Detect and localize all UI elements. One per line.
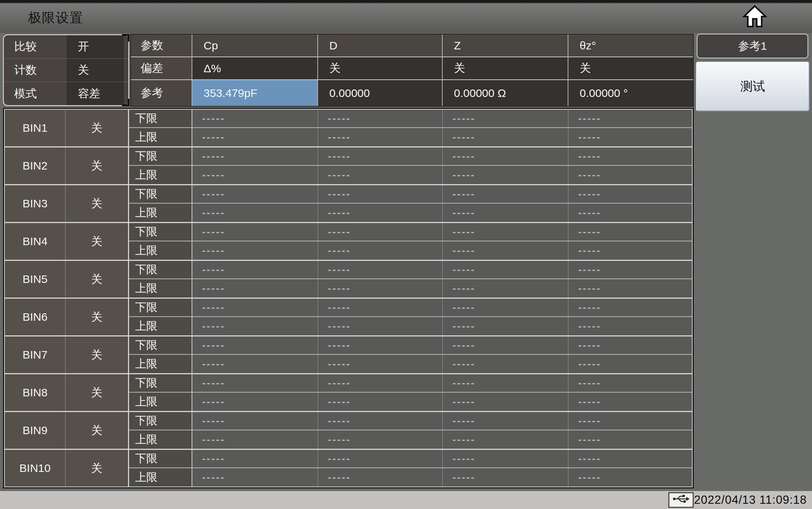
deviation-cell-cp[interactable]: Δ% [192, 57, 318, 80]
home-button[interactable] [742, 4, 767, 30]
upper-limit-value[interactable]: ----- [443, 430, 568, 449]
lower-limit-value[interactable]: ----- [443, 223, 568, 241]
lower-limit-value[interactable]: ----- [568, 374, 692, 393]
deviation-cell-theta[interactable]: 关 [568, 57, 693, 80]
upper-limit-value[interactable]: ----- [568, 241, 692, 260]
upper-limit-value[interactable]: ----- [192, 317, 318, 335]
upper-limit-value[interactable]: ----- [318, 241, 443, 260]
lower-limit-value[interactable]: ----- [192, 223, 318, 241]
reference-cell-cp[interactable]: 353.479pF [192, 80, 318, 106]
lower-limit-value[interactable]: ----- [192, 450, 318, 468]
deviation-cell-d[interactable]: 关 [318, 57, 443, 80]
upper-limit-value[interactable]: ----- [443, 166, 568, 184]
lower-limit-value[interactable]: ----- [318, 261, 443, 279]
param-cell-theta[interactable]: θz° [568, 34, 693, 57]
lower-limit-value[interactable]: ----- [568, 450, 692, 468]
upper-limit-value[interactable]: ----- [568, 128, 692, 146]
param-cell-z[interactable]: Z [443, 34, 568, 57]
upper-limit-value[interactable]: ----- [443, 279, 568, 298]
lower-limit-value[interactable]: ----- [568, 110, 692, 128]
upper-limit-value[interactable]: ----- [568, 166, 692, 184]
lower-limit-value[interactable]: ----- [443, 336, 568, 355]
lower-limit-value[interactable]: ----- [568, 412, 692, 430]
compare-value-toggle[interactable]: 开 [67, 35, 124, 58]
count-value-toggle[interactable]: 关 [67, 59, 124, 82]
lower-limit-value[interactable]: ----- [568, 336, 692, 355]
lower-limit-value[interactable]: ----- [443, 261, 568, 279]
upper-limit-value[interactable]: ----- [318, 279, 443, 298]
bin-state-toggle[interactable]: 关 [65, 223, 129, 260]
deviation-cell-z[interactable]: 关 [443, 57, 568, 80]
upper-limit-value[interactable]: ----- [443, 204, 568, 222]
lower-limit-value[interactable]: ----- [192, 412, 318, 430]
upper-limit-value[interactable]: ----- [568, 468, 692, 487]
reference-cell-theta[interactable]: 0.00000 ° [568, 80, 693, 106]
lower-limit-value[interactable]: ----- [443, 110, 568, 128]
lower-limit-value[interactable]: ----- [443, 412, 568, 430]
lower-limit-value[interactable]: ----- [443, 147, 568, 166]
upper-limit-value[interactable]: ----- [443, 355, 568, 373]
lower-limit-value[interactable]: ----- [192, 185, 318, 204]
upper-limit-value[interactable]: ----- [318, 166, 443, 184]
lower-limit-value[interactable]: ----- [318, 185, 443, 204]
lower-limit-value[interactable]: ----- [318, 299, 443, 317]
test-button[interactable]: 测试 [696, 62, 809, 111]
lower-limit-value[interactable]: ----- [192, 374, 318, 393]
upper-limit-value[interactable]: ----- [443, 128, 568, 146]
upper-limit-value[interactable]: ----- [192, 430, 318, 449]
lower-limit-value[interactable]: ----- [568, 223, 692, 241]
upper-limit-value[interactable]: ----- [318, 128, 443, 146]
lower-limit-value[interactable]: ----- [568, 261, 692, 279]
upper-limit-value[interactable]: ----- [318, 204, 443, 222]
upper-limit-value[interactable]: ----- [443, 393, 568, 411]
upper-limit-value[interactable]: ----- [568, 204, 692, 222]
bin-state-toggle[interactable]: 关 [65, 412, 129, 449]
lower-limit-value[interactable]: ----- [318, 147, 443, 166]
upper-limit-value[interactable]: ----- [192, 166, 318, 184]
upper-limit-value[interactable]: ----- [318, 393, 443, 411]
upper-limit-value[interactable]: ----- [192, 393, 318, 411]
upper-limit-value[interactable]: ----- [192, 241, 318, 260]
bin-state-toggle[interactable]: 关 [65, 147, 129, 184]
lower-limit-value[interactable]: ----- [443, 185, 568, 204]
lower-limit-value[interactable]: ----- [443, 374, 568, 393]
lower-limit-value[interactable]: ----- [568, 147, 692, 166]
lower-limit-value[interactable]: ----- [318, 450, 443, 468]
upper-limit-value[interactable]: ----- [318, 355, 443, 373]
lower-limit-value[interactable]: ----- [443, 299, 568, 317]
lower-limit-value[interactable]: ----- [192, 261, 318, 279]
lower-limit-value[interactable]: ----- [192, 299, 318, 317]
upper-limit-value[interactable]: ----- [192, 128, 318, 146]
bin-state-toggle[interactable]: 关 [65, 374, 129, 411]
lower-limit-value[interactable]: ----- [192, 110, 318, 128]
param-cell-cp[interactable]: Cp [192, 34, 318, 57]
upper-limit-value[interactable]: ----- [192, 279, 318, 298]
bin-state-toggle[interactable]: 关 [65, 299, 129, 335]
upper-limit-value[interactable]: ----- [443, 468, 568, 487]
upper-limit-value[interactable]: ----- [192, 204, 318, 222]
lower-limit-value[interactable]: ----- [568, 299, 692, 317]
upper-limit-value[interactable]: ----- [568, 355, 692, 373]
bin-state-toggle[interactable]: 关 [65, 110, 129, 146]
lower-limit-value[interactable]: ----- [318, 336, 443, 355]
upper-limit-value[interactable]: ----- [568, 430, 692, 449]
upper-limit-value[interactable]: ----- [192, 468, 318, 487]
lower-limit-value[interactable]: ----- [568, 185, 692, 204]
reference-page-tab[interactable]: 参考1 [697, 34, 808, 58]
lower-limit-value[interactable]: ----- [443, 450, 568, 468]
lower-limit-value[interactable]: ----- [192, 336, 318, 355]
lower-limit-value[interactable]: ----- [192, 147, 318, 166]
reference-cell-d[interactable]: 0.00000 [318, 80, 443, 106]
lower-limit-value[interactable]: ----- [318, 223, 443, 241]
upper-limit-value[interactable]: ----- [318, 317, 443, 335]
reference-cell-z[interactable]: 0.00000 Ω [443, 80, 568, 106]
upper-limit-value[interactable]: ----- [192, 355, 318, 373]
bin-state-toggle[interactable]: 关 [65, 185, 129, 222]
mode-value-toggle[interactable]: 容差 [67, 82, 124, 105]
bin-state-toggle[interactable]: 关 [65, 336, 129, 373]
upper-limit-value[interactable]: ----- [568, 317, 692, 335]
bin-state-toggle[interactable]: 关 [65, 261, 129, 298]
upper-limit-value[interactable]: ----- [443, 241, 568, 260]
upper-limit-value[interactable]: ----- [568, 393, 692, 411]
upper-limit-value[interactable]: ----- [318, 430, 443, 449]
